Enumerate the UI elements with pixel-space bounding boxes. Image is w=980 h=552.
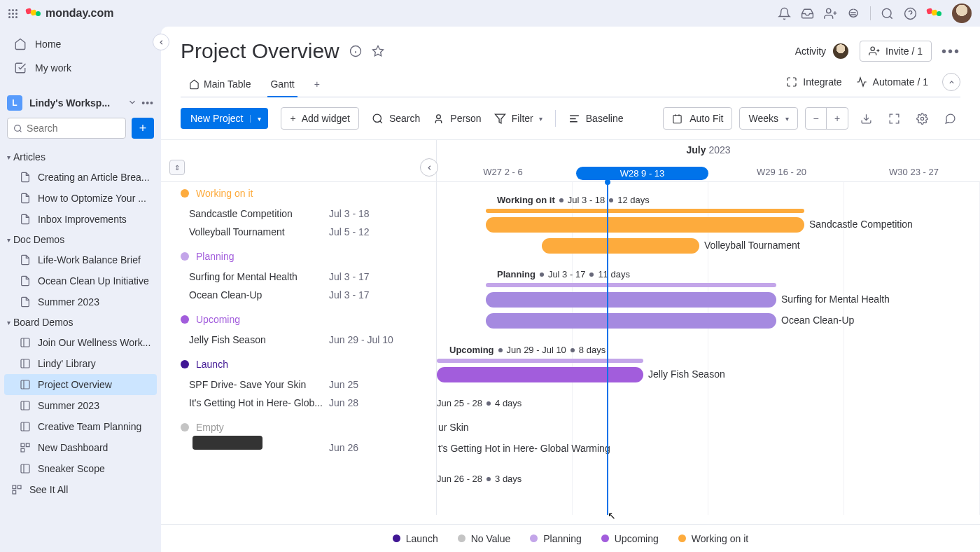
- plus-icon: +: [290, 113, 295, 124]
- brand-logo[interactable]: monday.com: [26, 6, 114, 21]
- group-header[interactable]: Working on it: [161, 182, 436, 205]
- tab-gantt[interactable]: Gantt: [262, 71, 302, 97]
- inbox-icon[interactable]: [801, 7, 814, 20]
- task-bar-label: Jelly Fish Season: [648, 368, 725, 380]
- tree-item[interactable]: Sneaker Scope: [4, 458, 157, 479]
- collapse-header-button[interactable]: [942, 73, 960, 91]
- tree-group[interactable]: ▾Board Demos: [4, 312, 157, 332]
- week-column: W29 16 - 20: [715, 167, 848, 180]
- fullscreen-button[interactable]: [883, 108, 904, 129]
- tree-item[interactable]: New Dashboard: [4, 437, 157, 458]
- workspace-search[interactable]: [7, 118, 126, 139]
- autofit-button[interactable]: Auto Fit: [663, 107, 732, 130]
- star-icon[interactable]: [372, 45, 384, 57]
- group-summary-bar[interactable]: [437, 359, 643, 363]
- tree-group[interactable]: ▾Doc Demos: [4, 230, 157, 249]
- notifications-icon[interactable]: [778, 7, 791, 20]
- svg-rect-19: [21, 443, 24, 447]
- tab-main-table[interactable]: Main Table: [181, 71, 259, 97]
- legend-item: Launch: [393, 533, 438, 544]
- task-row[interactable]: Volleyball TournamentJul 5 - 12: [161, 223, 436, 241]
- zoom-out-button[interactable]: −: [806, 108, 827, 129]
- add-widget-button[interactable]: + Add widget: [281, 107, 358, 130]
- group-header[interactable]: Launch: [161, 353, 436, 375]
- product-switcher-icon[interactable]: [927, 6, 942, 21]
- divider: [870, 6, 871, 20]
- collapse-groups-button[interactable]: ⇕: [169, 160, 185, 175]
- automate-button[interactable]: Automate / 1: [856, 76, 928, 88]
- group-summary-bar[interactable]: [486, 209, 804, 213]
- activity-button[interactable]: Activity: [795, 42, 850, 60]
- apps-menu-icon[interactable]: [8, 9, 18, 18]
- group-summary-bar[interactable]: [486, 283, 776, 287]
- task-bar[interactable]: [486, 217, 804, 233]
- zoom-in-button[interactable]: +: [827, 108, 848, 129]
- group-header[interactable]: Planning: [161, 245, 436, 268]
- task-bar[interactable]: [486, 313, 776, 329]
- comment-button[interactable]: [939, 108, 960, 129]
- baseline-button[interactable]: Baseline: [568, 113, 624, 125]
- task-row[interactable]: Ocean Clean-UpJul 3 - 17: [161, 286, 436, 304]
- user-avatar[interactable]: [952, 4, 972, 23]
- workspace-header[interactable]: L Lindy's Worksp... •••: [0, 85, 161, 118]
- timescale-select[interactable]: Weeks ▾: [739, 107, 798, 130]
- task-row[interactable]: It's Getting Hot in Here- Glob...Jun 28: [161, 394, 436, 412]
- sidebar: Home My work L Lindy's Worksp... ••• + ▾…: [0, 27, 161, 552]
- integrate-button[interactable]: Integrate: [786, 76, 841, 88]
- invite-members-icon[interactable]: [824, 7, 837, 20]
- add-item-button[interactable]: +: [132, 118, 154, 139]
- task-bar[interactable]: [542, 238, 699, 254]
- tree-item[interactable]: How to Optomize Your ...: [4, 188, 157, 209]
- group-header[interactable]: Upcoming: [161, 308, 436, 331]
- download-button[interactable]: [855, 108, 876, 129]
- gantt-task-list: Working on it Sandcastle CompetitionJul …: [161, 182, 437, 515]
- info-icon[interactable]: [349, 45, 362, 57]
- tree-item[interactable]: Life-Work Balance Brief: [4, 249, 157, 270]
- board-menu-icon[interactable]: •••: [941, 43, 960, 60]
- nav-mywork[interactable]: My work: [7, 56, 154, 80]
- group-summary: Working on itJul 3 - 1812 days: [497, 195, 650, 205]
- apps-icon[interactable]: [847, 7, 860, 20]
- search-icon[interactable]: [881, 7, 894, 20]
- search-input[interactable]: [27, 123, 120, 134]
- gantt-timeline[interactable]: ↖ Working on itJul 3 - 1812 days Sandcas…: [437, 182, 980, 515]
- task-row[interactable]: Jelly Fish SeasonJun 29 - Jul 10: [161, 331, 436, 349]
- tree-item[interactable]: Summer 2023: [4, 291, 157, 312]
- collapse-left-panel-button[interactable]: [420, 158, 438, 177]
- chevron-down-icon[interactable]: [127, 97, 137, 107]
- tree-item[interactable]: Creative Team Planning: [4, 416, 157, 437]
- tree-item[interactable]: Inbox Improvements: [4, 209, 157, 230]
- nav-home[interactable]: Home: [7, 32, 154, 56]
- filter-button[interactable]: Filter ▾: [494, 113, 542, 125]
- tree-item[interactable]: Creating an Article Brea...: [4, 167, 157, 188]
- workspace-menu-icon[interactable]: •••: [141, 97, 154, 109]
- settings-button[interactable]: [911, 108, 932, 129]
- search-button[interactable]: Search: [372, 113, 420, 125]
- svg-point-45: [920, 117, 923, 120]
- task-bar[interactable]: [437, 367, 643, 382]
- task-bar[interactable]: [486, 292, 776, 308]
- tree-item[interactable]: Join Our Wellness Work...: [4, 332, 157, 353]
- tree-item-selected[interactable]: Project Overview: [4, 374, 157, 395]
- collapse-sidebar-button[interactable]: [153, 34, 169, 50]
- task-row[interactable]: Sandcastle CompetitionJul 3 - 18: [161, 205, 436, 223]
- help-icon[interactable]: [904, 7, 917, 20]
- task-row[interactable]: SPF Drive- Save Your SkinJun 25: [161, 375, 436, 394]
- chevron-down-icon[interactable]: ▾: [250, 115, 261, 123]
- task-row[interactable]: Surfing for Mental HealthJul 3 - 17: [161, 268, 436, 286]
- person-filter-button[interactable]: Person: [433, 113, 481, 125]
- tree-item[interactable]: Summer 2023: [4, 395, 157, 416]
- new-project-button[interactable]: New Project ▾: [181, 108, 268, 129]
- tree-item[interactable]: Lindy' Library: [4, 353, 157, 374]
- svg-line-8: [20, 130, 21, 132]
- main-content: Project Overview Activity Invite / 1 •••: [161, 27, 980, 552]
- legend-item: Planning: [530, 533, 582, 544]
- tree-group[interactable]: ▾Articles: [4, 147, 157, 167]
- task-row[interactable]: Jun 26: [161, 439, 436, 457]
- tree-item[interactable]: See It All: [4, 479, 157, 500]
- group-summary: Jun 26 - 283 days: [437, 474, 522, 484]
- tree-item[interactable]: Ocean Clean Up Initiative: [4, 270, 157, 291]
- add-view-button[interactable]: +: [306, 71, 328, 97]
- invite-button[interactable]: Invite / 1: [860, 41, 932, 62]
- svg-line-4: [890, 16, 892, 18]
